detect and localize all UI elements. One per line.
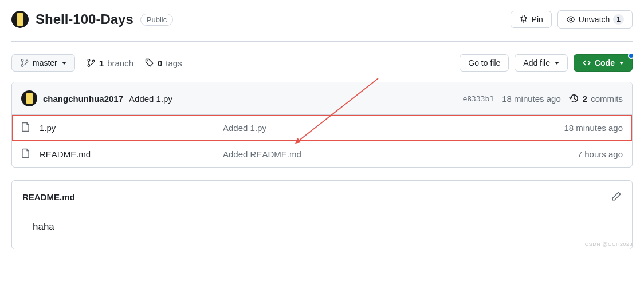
svg-point-2 <box>21 65 23 67</box>
action-bar: master 1 branch 0 tags Go to file Add fi… <box>11 42 633 80</box>
unwatch-label: Unwatch <box>579 15 610 24</box>
file-icon <box>21 122 32 134</box>
svg-point-1 <box>21 59 23 62</box>
file-commit-message[interactable]: Added 1.py <box>223 123 564 133</box>
tag-count: 0 <box>158 58 162 68</box>
file-name[interactable]: 1.py <box>40 123 223 133</box>
pencil-icon <box>611 191 622 201</box>
svg-point-7 <box>147 60 148 61</box>
code-label: Code <box>595 58 615 67</box>
svg-point-4 <box>88 59 90 62</box>
pin-label: Pin <box>532 15 543 24</box>
visibility-badge: Public <box>140 14 173 26</box>
repo-header: Shell-100-Days Public Pin Unwatch 1 <box>11 0 633 42</box>
watch-count: 1 <box>613 14 624 25</box>
branches-link[interactable]: 1 branch <box>87 58 133 68</box>
readme-box: README.md haha <box>11 180 633 249</box>
tag-label: tags <box>166 58 182 68</box>
branch-icon <box>87 58 96 67</box>
branch-icon <box>20 58 29 67</box>
add-file-button[interactable]: Add file <box>515 54 568 72</box>
caret-down-icon <box>62 62 66 65</box>
readme-title[interactable]: README.md <box>22 192 75 202</box>
file-time: 18 minutes ago <box>564 123 623 133</box>
file-row[interactable]: 1.py Added 1.py 18 minutes ago <box>12 115 632 141</box>
commit-sha[interactable]: e8333b1 <box>462 94 494 103</box>
owner-avatar[interactable] <box>11 11 29 28</box>
file-icon <box>21 148 32 160</box>
branch-count: 1 <box>99 58 104 68</box>
tags-link[interactable]: 0 tags <box>145 58 182 68</box>
file-listing: changchunhua2017 Added 1.py e8333b1 18 m… <box>11 82 633 168</box>
go-to-file-button[interactable]: Go to file <box>460 54 509 72</box>
svg-point-0 <box>570 18 572 21</box>
eye-icon <box>566 15 575 24</box>
branch-label: branch <box>107 58 133 68</box>
history-icon <box>569 93 579 104</box>
unwatch-button[interactable]: Unwatch 1 <box>557 10 633 29</box>
branch-name: master <box>33 58 57 67</box>
author-avatar[interactable] <box>21 90 37 106</box>
pin-icon <box>519 15 528 24</box>
file-commit-message[interactable]: Added README.md <box>223 149 578 159</box>
commits-link[interactable]: 2 commits <box>569 93 623 104</box>
svg-point-3 <box>26 60 28 62</box>
add-file-label: Add file <box>523 58 550 67</box>
commit-author[interactable]: changchunhua2017 <box>43 94 123 104</box>
commits-label: commits <box>591 94 623 104</box>
repo-name[interactable]: Shell-100-Days <box>36 11 133 27</box>
commits-count: 2 <box>583 94 587 104</box>
edit-readme-button[interactable] <box>611 191 622 203</box>
svg-point-6 <box>92 60 95 62</box>
commit-message[interactable]: Added 1.py <box>129 94 172 104</box>
commit-time: 18 minutes ago <box>502 94 561 104</box>
branch-selector[interactable]: master <box>11 54 75 72</box>
caret-down-icon <box>619 62 624 65</box>
code-icon <box>582 58 591 67</box>
notification-dot <box>628 53 634 59</box>
file-time: 7 hours ago <box>578 149 623 159</box>
code-button[interactable]: Code <box>574 54 633 72</box>
tag-icon <box>145 58 154 67</box>
latest-commit-row: changchunhua2017 Added 1.py e8333b1 18 m… <box>12 82 632 115</box>
file-name[interactable]: README.md <box>40 149 223 159</box>
watermark: CSDN @CCH2023 <box>585 241 633 247</box>
pin-button[interactable]: Pin <box>511 11 552 28</box>
file-row[interactable]: README.md Added README.md 7 hours ago <box>12 141 632 167</box>
caret-down-icon <box>555 62 559 65</box>
go-to-file-label: Go to file <box>468 58 500 67</box>
readme-content: haha <box>22 203 622 239</box>
svg-point-5 <box>88 65 90 67</box>
